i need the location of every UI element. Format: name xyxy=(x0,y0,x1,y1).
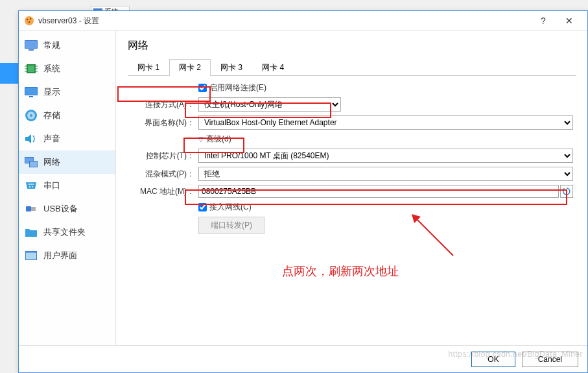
advanced-toggle[interactable]: ▽ 高级(d) xyxy=(198,134,573,145)
svg-point-5 xyxy=(29,21,30,23)
enable-network-label: 启用网络连接(E) xyxy=(209,82,266,93)
cable-checkbox[interactable]: 接入网线(C) xyxy=(198,202,573,213)
sidebar-item-usb[interactable]: USB设备 xyxy=(19,197,115,221)
app-icon xyxy=(24,16,34,26)
svg-rect-27 xyxy=(30,162,37,167)
promisc-label: 混杂模式(P)： xyxy=(130,169,198,180)
dialog-footer: OK Cancel xyxy=(19,345,587,372)
svg-rect-8 xyxy=(29,49,34,51)
dialog-title: vbserver03 - 设置 xyxy=(38,16,530,27)
chip-icon xyxy=(24,62,38,76)
port-forward-button[interactable]: 端口转发(P) xyxy=(198,217,265,234)
advanced-label: 高级(d) xyxy=(206,134,231,145)
sidebar-item-label: 存储 xyxy=(43,110,60,121)
tab-adapter-4[interactable]: 网卡 4 xyxy=(252,59,294,76)
tab-adapter-2[interactable]: 网卡 2 xyxy=(169,59,211,76)
help-button[interactable]: ? xyxy=(530,12,556,30)
sidebar-item-network[interactable]: 网络 xyxy=(19,150,115,174)
serial-icon xyxy=(24,178,38,193)
svg-point-29 xyxy=(30,184,32,185)
ifname-label: 界面名称(N)： xyxy=(130,117,198,128)
refresh-icon xyxy=(562,187,571,196)
network-icon xyxy=(24,155,38,169)
ok-button[interactable]: OK xyxy=(471,352,515,367)
promisc-select[interactable]: 拒绝 xyxy=(198,167,573,181)
main-panel: 网络 网卡 1 网卡 2 网卡 3 网卡 4 启用网络连接(E) 连接方式(A)… xyxy=(116,31,587,345)
sidebar-item-label: 用户界面 xyxy=(43,250,77,261)
monitor-icon xyxy=(24,38,38,53)
svg-rect-36 xyxy=(26,253,36,259)
sidebar-item-audio[interactable]: 声音 xyxy=(19,127,115,150)
tab-adapter-1[interactable]: 网卡 1 xyxy=(128,59,169,76)
sidebar-item-shared[interactable]: 共享文件夹 xyxy=(19,221,115,244)
network-form: 启用网络连接(E) 连接方式(A)： 仅主机(Host-Only)网络 界面名称… xyxy=(128,76,576,234)
svg-marker-23 xyxy=(25,134,31,143)
annotation-text: 点两次，刷新两次地址 xyxy=(282,263,399,279)
svg-rect-33 xyxy=(26,206,31,211)
page-title: 网络 xyxy=(128,39,576,53)
svg-rect-37 xyxy=(26,252,36,253)
attached-select[interactable]: 仅主机(Host-Only)网络 xyxy=(198,97,341,112)
sidebar-item-label: 系统 xyxy=(43,63,60,75)
sidebar-item-label: 常规 xyxy=(43,40,60,51)
svg-point-30 xyxy=(32,184,34,185)
triangle-down-icon: ▽ xyxy=(198,136,204,143)
svg-point-4 xyxy=(30,18,31,19)
chip-select[interactable]: Intel PRO/1000 MT 桌面 (82540EM) xyxy=(198,149,573,163)
layout-icon xyxy=(24,248,38,263)
svg-point-32 xyxy=(32,186,33,187)
svg-point-2 xyxy=(25,16,34,25)
sidebar-item-label: 声音 xyxy=(43,133,60,145)
svg-rect-34 xyxy=(31,207,36,211)
bg-selection-stripe xyxy=(0,63,18,84)
svg-point-3 xyxy=(27,19,28,20)
sidebar-item-general[interactable]: 常规 xyxy=(19,34,115,57)
titlebar: vbserver03 - 设置 ? ✕ xyxy=(19,11,587,30)
svg-point-28 xyxy=(29,184,30,185)
sidebar-item-display[interactable]: 显示 xyxy=(19,80,115,104)
svg-point-22 xyxy=(30,114,32,117)
disk-icon xyxy=(24,108,38,123)
settings-dialog: vbserver03 - 设置 ? ✕ 常规 系统 显示 存储 声音 网络 串口… xyxy=(18,10,588,373)
chip-label: 控制芯片(T)： xyxy=(130,150,198,162)
folder-icon xyxy=(24,225,38,239)
sidebar-item-label: 显示 xyxy=(43,86,60,98)
sidebar-item-storage[interactable]: 存储 xyxy=(19,104,115,127)
enable-network-checkbox[interactable]: 启用网络连接(E) xyxy=(198,82,573,93)
close-button[interactable]: ✕ xyxy=(556,12,582,30)
sidebar-item-serial[interactable]: 串口 xyxy=(19,174,115,197)
mac-refresh-button[interactable] xyxy=(560,185,573,198)
sidebar-item-system[interactable]: 系统 xyxy=(19,57,115,80)
cancel-button[interactable]: Cancel xyxy=(522,352,578,367)
usb-icon xyxy=(24,202,38,216)
sidebar-item-label: 共享文件夹 xyxy=(43,226,86,238)
mac-input[interactable] xyxy=(198,185,559,198)
sidebar-item-label: 网络 xyxy=(43,156,60,168)
mac-label: MAC 地址(M)： xyxy=(130,186,198,197)
display-icon xyxy=(24,85,38,99)
svg-point-31 xyxy=(29,186,30,187)
ifname-select[interactable]: VirtualBox Host-Only Ethernet Adapter xyxy=(198,115,573,130)
svg-rect-7 xyxy=(25,41,37,48)
svg-rect-18 xyxy=(25,88,37,95)
cable-label: 接入网线(C) xyxy=(209,202,252,213)
sidebar: 常规 系统 显示 存储 声音 网络 串口 USB设备 共享文件夹 用户界面 xyxy=(19,31,116,345)
svg-rect-10 xyxy=(28,66,34,72)
sidebar-item-ui[interactable]: 用户界面 xyxy=(19,244,115,267)
adapter-tabs: 网卡 1 网卡 2 网卡 3 网卡 4 xyxy=(128,59,576,76)
sidebar-item-label: USB设备 xyxy=(43,203,78,215)
svg-rect-19 xyxy=(29,96,33,97)
attached-label: 连接方式(A)： xyxy=(130,99,198,110)
speaker-icon xyxy=(24,132,38,146)
tab-adapter-3[interactable]: 网卡 3 xyxy=(211,59,252,76)
sidebar-item-label: 串口 xyxy=(43,180,60,191)
